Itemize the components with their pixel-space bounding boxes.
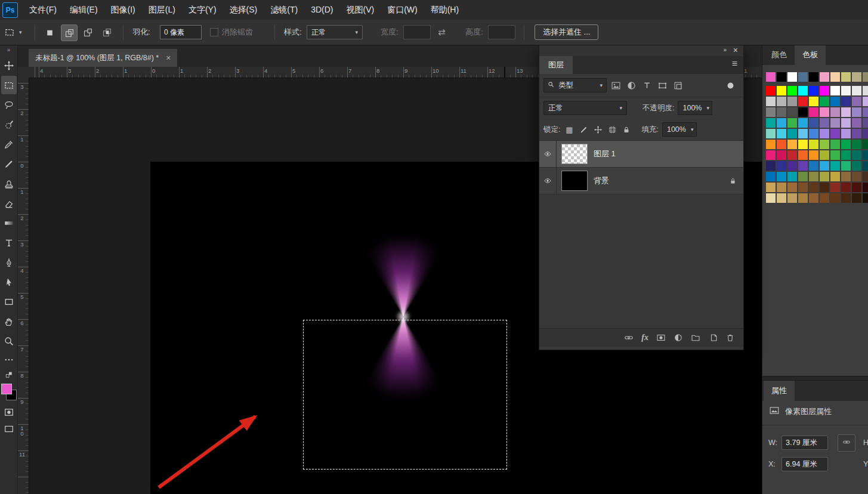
new-selection-button[interactable] [42,24,57,40]
swatch[interactable] [809,161,818,171]
swatch[interactable] [863,72,868,82]
brush-tool[interactable] [1,155,17,173]
swatch[interactable] [863,97,868,106]
swatch[interactable] [787,72,797,82]
swatch[interactable] [852,140,861,149]
swatch[interactable] [809,107,818,117]
swatch[interactable] [841,72,851,82]
opacity-select[interactable]: 100% ▾ [678,101,712,115]
swatch[interactable] [820,72,829,82]
swatch[interactable] [852,172,861,181]
swatch[interactable] [798,193,808,203]
swatch[interactable] [820,129,829,138]
swatch[interactable] [809,150,818,160]
filter-pixel-icon[interactable] [609,79,622,92]
swatch[interactable] [787,150,797,160]
swatch[interactable] [798,86,808,95]
swatch[interactable] [820,172,829,181]
layer-row[interactable]: 图层 1 [539,141,743,168]
swatch[interactable] [777,86,786,95]
layer-row[interactable]: 背景 [539,168,743,194]
swatch[interactable] [766,183,776,192]
filter-shape-icon[interactable] [656,79,669,92]
menu-item-help[interactable]: 帮助(H) [424,0,465,20]
close-tab-icon[interactable]: × [166,53,171,63]
eraser-tool[interactable] [1,194,17,212]
swatch[interactable] [841,193,851,203]
swatch[interactable] [841,140,851,149]
hand-tool[interactable] [1,312,17,331]
swatch[interactable] [798,140,808,149]
lock-artboard-icon[interactable] [607,124,617,135]
swatch[interactable] [841,150,851,160]
feather-input[interactable]: 0 像素 [160,25,202,39]
swatch[interactable] [787,97,797,106]
swatch[interactable] [820,97,829,106]
swatch[interactable] [798,183,808,192]
swatch[interactable] [830,183,840,192]
swatch[interactable] [798,97,808,106]
menu-item-layer[interactable]: 图层(L) [142,0,182,20]
selection-marquee[interactable] [303,320,507,470]
swatch[interactable] [777,161,786,171]
gradient-tool[interactable] [1,214,17,232]
swatch[interactable] [809,118,818,128]
lock-pixels-icon[interactable] [578,124,589,135]
w-input[interactable]: 3.79 厘米 [781,436,828,450]
swatch[interactable] [830,140,840,149]
swatch[interactable] [820,193,829,203]
lock-all-icon[interactable] [621,124,632,135]
menu-item-3d[interactable]: 3D(D) [304,0,339,20]
swatch[interactable] [798,172,808,181]
menu-item-file[interactable]: 文件(F) [23,0,63,20]
swatch[interactable] [766,86,776,95]
swatch[interactable] [787,118,797,128]
swatch[interactable] [809,172,818,181]
path-selection-tool[interactable] [1,273,17,291]
swatch[interactable] [820,140,829,149]
new-group-icon[interactable] [691,334,700,342]
zoom-tool[interactable] [1,332,17,350]
lock-position-icon[interactable] [592,124,603,135]
swatch[interactable] [787,183,797,192]
lasso-tool[interactable] [1,95,17,114]
swatch[interactable] [766,72,776,82]
tab-color[interactable]: 颜色 [764,45,795,65]
quick-mask-icon[interactable] [1,405,17,419]
swatch[interactable] [798,161,808,171]
swatch[interactable] [787,140,797,149]
swatch[interactable] [809,72,818,82]
swatch[interactable] [863,193,868,203]
swatch[interactable] [820,118,829,128]
width-input[interactable] [403,25,431,39]
swatch[interactable] [830,107,840,117]
blend-mode-select[interactable]: 正常 ▾ [543,101,627,115]
style-select[interactable]: 正常 ▾ [307,25,363,39]
swatch[interactable] [830,172,840,181]
swatch[interactable] [766,118,776,128]
default-colors-icon[interactable] [1,369,17,380]
swatch[interactable] [830,193,840,203]
adjustment-layer-icon[interactable] [674,334,683,342]
swatch[interactable] [841,161,851,171]
swatch[interactable] [852,129,861,138]
menu-item-select[interactable]: 选择(S) [223,0,264,20]
swatch[interactable] [863,107,868,117]
menu-item-window[interactable]: 窗口(W) [381,0,424,20]
swatch[interactable] [852,193,861,203]
delete-layer-icon[interactable] [725,334,735,342]
swatch[interactable] [863,129,868,138]
tab-properties[interactable]: 属性 [764,381,795,401]
height-input[interactable] [488,25,515,39]
swatch[interactable] [852,183,861,192]
swatch[interactable] [863,150,868,160]
swatch[interactable] [777,118,786,128]
swatch[interactable] [777,150,786,160]
swatch[interactable] [766,97,776,106]
swatch[interactable] [766,129,776,138]
filter-type-icon[interactable] [640,79,653,92]
swap-dimensions-icon[interactable]: ⇄ [438,20,446,45]
rectangle-tool[interactable] [1,292,17,311]
swatch[interactable] [820,161,829,171]
screen-mode-icon[interactable] [1,422,17,436]
